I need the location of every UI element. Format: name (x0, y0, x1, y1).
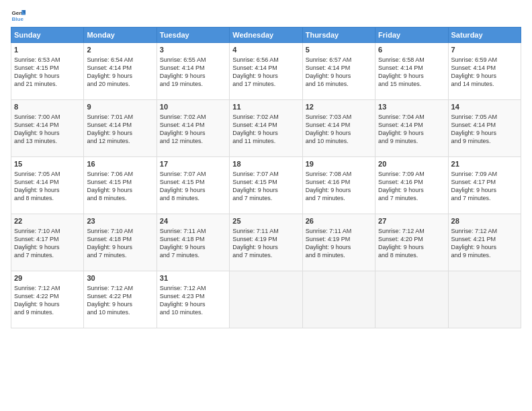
calendar-table: SundayMondayTuesdayWednesdayThursdayFrid… (11, 27, 521, 328)
day-info: Sunrise: 7:01 AMSunset: 4:14 PMDaylight:… (87, 113, 153, 146)
day-number: 23 (87, 216, 153, 226)
day-info: Sunrise: 7:09 AMSunset: 4:17 PMDaylight:… (451, 170, 518, 203)
calendar-day-cell: 19 Sunrise: 7:08 AMSunset: 4:16 PMDaylig… (302, 157, 375, 214)
day-info: Sunrise: 7:04 AMSunset: 4:14 PMDaylight:… (378, 113, 445, 146)
day-number: 11 (232, 102, 299, 112)
calendar-day-cell: 25 Sunrise: 7:11 AMSunset: 4:19 PMDaylig… (230, 214, 302, 271)
calendar-week-row: 29 Sunrise: 7:12 AMSunset: 4:22 PMDaylig… (11, 271, 521, 328)
calendar-day-cell: 13 Sunrise: 7:04 AMSunset: 4:14 PMDaylig… (375, 100, 448, 157)
day-info: Sunrise: 6:54 AMSunset: 4:14 PMDaylight:… (87, 56, 153, 89)
day-of-week-header: Tuesday (157, 28, 229, 43)
page-container: General Blue SundayMondayTuesdayWednesda… (0, 0, 532, 411)
calendar-week-row: 15 Sunrise: 7:05 AMSunset: 4:14 PMDaylig… (11, 157, 521, 214)
day-number: 29 (14, 273, 81, 283)
day-info: Sunrise: 7:03 AMSunset: 4:14 PMDaylight:… (306, 113, 372, 146)
day-number: 12 (306, 102, 372, 112)
day-number: 2 (87, 45, 153, 55)
day-number: 27 (378, 216, 445, 226)
day-info: Sunrise: 7:11 AMSunset: 4:18 PMDaylight:… (160, 227, 226, 260)
day-info: Sunrise: 6:58 AMSunset: 4:14 PMDaylight:… (378, 56, 445, 89)
calendar-day-cell: 9 Sunrise: 7:01 AMSunset: 4:14 PMDayligh… (84, 100, 157, 157)
calendar-day-cell (230, 271, 302, 328)
day-info: Sunrise: 7:05 AMSunset: 4:14 PMDaylight:… (14, 170, 81, 203)
day-of-week-header: Sunday (11, 28, 84, 43)
calendar-day-cell: 7 Sunrise: 6:59 AMSunset: 4:14 PMDayligh… (448, 43, 521, 100)
day-info: Sunrise: 7:10 AMSunset: 4:18 PMDaylight:… (87, 227, 153, 260)
day-number: 9 (87, 102, 153, 112)
day-info: Sunrise: 6:59 AMSunset: 4:14 PMDaylight:… (451, 56, 518, 89)
day-number: 25 (232, 216, 299, 226)
header: General Blue (11, 8, 521, 23)
day-number: 5 (306, 45, 372, 55)
calendar-day-cell: 28 Sunrise: 7:12 AMSunset: 4:21 PMDaylig… (448, 214, 521, 271)
calendar-day-cell: 16 Sunrise: 7:06 AMSunset: 4:15 PMDaylig… (84, 157, 157, 214)
day-info: Sunrise: 7:08 AMSunset: 4:16 PMDaylight:… (306, 170, 372, 203)
calendar-day-cell: 17 Sunrise: 7:07 AMSunset: 4:15 PMDaylig… (157, 157, 229, 214)
day-number: 3 (160, 45, 226, 55)
day-number: 1 (14, 45, 81, 55)
calendar-day-cell: 18 Sunrise: 7:07 AMSunset: 4:15 PMDaylig… (230, 157, 302, 214)
day-number: 6 (378, 45, 445, 55)
day-number: 13 (378, 102, 445, 112)
day-info: Sunrise: 6:55 AMSunset: 4:14 PMDaylight:… (160, 56, 226, 89)
calendar-day-cell: 27 Sunrise: 7:12 AMSunset: 4:20 PMDaylig… (375, 214, 448, 271)
day-number: 31 (160, 273, 226, 283)
day-number: 7 (451, 45, 518, 55)
calendar-week-row: 1 Sunrise: 6:53 AMSunset: 4:15 PMDayligh… (11, 43, 521, 100)
day-info: Sunrise: 7:06 AMSunset: 4:15 PMDaylight:… (87, 170, 153, 203)
calendar-day-cell: 5 Sunrise: 6:57 AMSunset: 4:14 PMDayligh… (302, 43, 375, 100)
calendar-day-cell: 29 Sunrise: 7:12 AMSunset: 4:22 PMDaylig… (11, 271, 84, 328)
day-info: Sunrise: 6:53 AMSunset: 4:15 PMDaylight:… (14, 56, 81, 89)
day-info: Sunrise: 6:56 AMSunset: 4:14 PMDaylight:… (232, 56, 299, 89)
day-info: Sunrise: 7:12 AMSunset: 4:22 PMDaylight:… (14, 284, 81, 317)
day-number: 17 (160, 159, 226, 169)
calendar-day-cell (448, 271, 521, 328)
day-number: 16 (87, 159, 153, 169)
calendar-day-cell: 6 Sunrise: 6:58 AMSunset: 4:14 PMDayligh… (375, 43, 448, 100)
day-info: Sunrise: 6:57 AMSunset: 4:14 PMDaylight:… (306, 56, 372, 89)
calendar-day-cell: 4 Sunrise: 6:56 AMSunset: 4:14 PMDayligh… (230, 43, 302, 100)
day-number: 19 (306, 159, 372, 169)
calendar-header-row: SundayMondayTuesdayWednesdayThursdayFrid… (11, 28, 521, 43)
day-info: Sunrise: 7:09 AMSunset: 4:16 PMDaylight:… (378, 170, 445, 203)
day-number: 15 (14, 159, 81, 169)
day-info: Sunrise: 7:02 AMSunset: 4:14 PMDaylight:… (232, 113, 299, 146)
day-number: 14 (451, 102, 518, 112)
day-number: 24 (160, 216, 226, 226)
calendar-day-cell: 3 Sunrise: 6:55 AMSunset: 4:14 PMDayligh… (157, 43, 229, 100)
day-of-week-header: Thursday (302, 28, 375, 43)
day-info: Sunrise: 7:00 AMSunset: 4:14 PMDaylight:… (14, 113, 81, 146)
day-number: 18 (232, 159, 299, 169)
calendar-week-row: 22 Sunrise: 7:10 AMSunset: 4:17 PMDaylig… (11, 214, 521, 271)
day-of-week-header: Wednesday (230, 28, 302, 43)
calendar-day-cell (375, 271, 448, 328)
calendar-day-cell: 15 Sunrise: 7:05 AMSunset: 4:14 PMDaylig… (11, 157, 84, 214)
day-info: Sunrise: 7:12 AMSunset: 4:23 PMDaylight:… (160, 284, 226, 317)
day-of-week-header: Monday (84, 28, 157, 43)
calendar-day-cell: 1 Sunrise: 6:53 AMSunset: 4:15 PMDayligh… (11, 43, 84, 100)
day-number: 22 (14, 216, 81, 226)
calendar-day-cell: 20 Sunrise: 7:09 AMSunset: 4:16 PMDaylig… (375, 157, 448, 214)
calendar-day-cell: 2 Sunrise: 6:54 AMSunset: 4:14 PMDayligh… (84, 43, 157, 100)
day-info: Sunrise: 7:02 AMSunset: 4:14 PMDaylight:… (160, 113, 226, 146)
calendar-day-cell: 11 Sunrise: 7:02 AMSunset: 4:14 PMDaylig… (230, 100, 302, 157)
day-number: 28 (451, 216, 518, 226)
calendar-day-cell: 24 Sunrise: 7:11 AMSunset: 4:18 PMDaylig… (157, 214, 229, 271)
calendar-day-cell: 8 Sunrise: 7:00 AMSunset: 4:14 PMDayligh… (11, 100, 84, 157)
calendar-day-cell: 22 Sunrise: 7:10 AMSunset: 4:17 PMDaylig… (11, 214, 84, 271)
day-info: Sunrise: 7:12 AMSunset: 4:20 PMDaylight:… (378, 227, 445, 260)
day-number: 21 (451, 159, 518, 169)
day-info: Sunrise: 7:05 AMSunset: 4:14 PMDaylight:… (451, 113, 518, 146)
calendar-day-cell: 12 Sunrise: 7:03 AMSunset: 4:14 PMDaylig… (302, 100, 375, 157)
day-info: Sunrise: 7:12 AMSunset: 4:21 PMDaylight:… (451, 227, 518, 260)
day-info: Sunrise: 7:07 AMSunset: 4:15 PMDaylight:… (232, 170, 299, 203)
calendar-day-cell: 30 Sunrise: 7:12 AMSunset: 4:22 PMDaylig… (84, 271, 157, 328)
day-number: 26 (306, 216, 372, 226)
day-info: Sunrise: 7:07 AMSunset: 4:15 PMDaylight:… (160, 170, 226, 203)
day-number: 30 (87, 273, 153, 283)
calendar-day-cell: 21 Sunrise: 7:09 AMSunset: 4:17 PMDaylig… (448, 157, 521, 214)
day-of-week-header: Saturday (448, 28, 521, 43)
logo-icon: General Blue (11, 8, 26, 23)
day-number: 4 (232, 45, 299, 55)
calendar-day-cell: 23 Sunrise: 7:10 AMSunset: 4:18 PMDaylig… (84, 214, 157, 271)
